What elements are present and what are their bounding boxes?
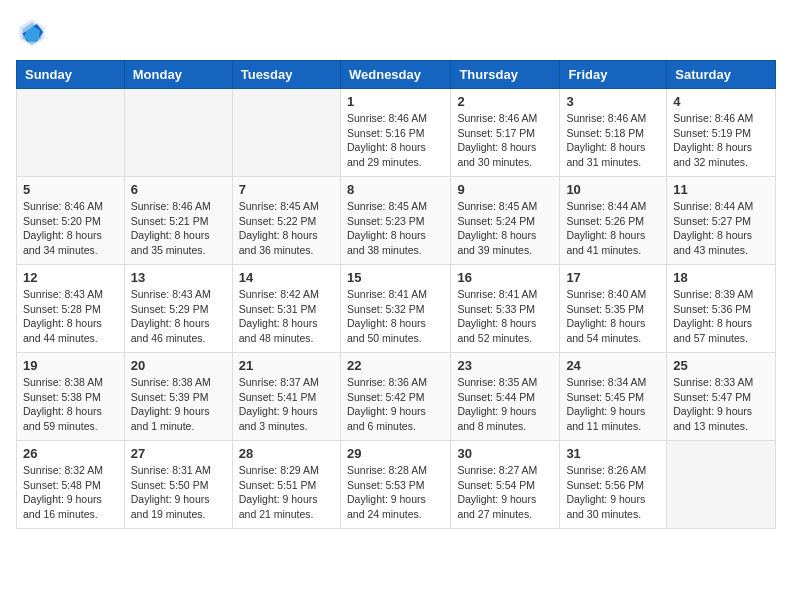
day-number: 1 — [347, 94, 444, 109]
day-number: 27 — [131, 446, 226, 461]
day-number: 25 — [673, 358, 769, 373]
day-number: 17 — [566, 270, 660, 285]
day-info: Sunrise: 8:38 AM Sunset: 5:39 PM Dayligh… — [131, 375, 226, 434]
weekday-header: Tuesday — [232, 61, 340, 89]
day-info: Sunrise: 8:28 AM Sunset: 5:53 PM Dayligh… — [347, 463, 444, 522]
day-number: 13 — [131, 270, 226, 285]
calendar-cell: 28Sunrise: 8:29 AM Sunset: 5:51 PM Dayli… — [232, 441, 340, 529]
day-info: Sunrise: 8:45 AM Sunset: 5:24 PM Dayligh… — [457, 199, 553, 258]
weekday-header: Wednesday — [340, 61, 450, 89]
day-number: 23 — [457, 358, 553, 373]
day-number: 15 — [347, 270, 444, 285]
calendar-cell: 3Sunrise: 8:46 AM Sunset: 5:18 PM Daylig… — [560, 89, 667, 177]
day-info: Sunrise: 8:33 AM Sunset: 5:47 PM Dayligh… — [673, 375, 769, 434]
calendar-cell: 17Sunrise: 8:40 AM Sunset: 5:35 PM Dayli… — [560, 265, 667, 353]
day-info: Sunrise: 8:42 AM Sunset: 5:31 PM Dayligh… — [239, 287, 334, 346]
day-number: 2 — [457, 94, 553, 109]
day-number: 24 — [566, 358, 660, 373]
day-info: Sunrise: 8:45 AM Sunset: 5:23 PM Dayligh… — [347, 199, 444, 258]
weekday-header: Friday — [560, 61, 667, 89]
day-number: 9 — [457, 182, 553, 197]
calendar-table: SundayMondayTuesdayWednesdayThursdayFrid… — [16, 60, 776, 529]
day-info: Sunrise: 8:41 AM Sunset: 5:33 PM Dayligh… — [457, 287, 553, 346]
calendar-cell: 30Sunrise: 8:27 AM Sunset: 5:54 PM Dayli… — [451, 441, 560, 529]
calendar-cell: 20Sunrise: 8:38 AM Sunset: 5:39 PM Dayli… — [124, 353, 232, 441]
calendar-cell: 11Sunrise: 8:44 AM Sunset: 5:27 PM Dayli… — [667, 177, 776, 265]
day-info: Sunrise: 8:38 AM Sunset: 5:38 PM Dayligh… — [23, 375, 118, 434]
day-info: Sunrise: 8:31 AM Sunset: 5:50 PM Dayligh… — [131, 463, 226, 522]
weekday-header: Monday — [124, 61, 232, 89]
day-info: Sunrise: 8:46 AM Sunset: 5:18 PM Dayligh… — [566, 111, 660, 170]
day-number: 19 — [23, 358, 118, 373]
calendar-cell: 10Sunrise: 8:44 AM Sunset: 5:26 PM Dayli… — [560, 177, 667, 265]
day-info: Sunrise: 8:41 AM Sunset: 5:32 PM Dayligh… — [347, 287, 444, 346]
calendar-cell: 22Sunrise: 8:36 AM Sunset: 5:42 PM Dayli… — [340, 353, 450, 441]
calendar-cell: 7Sunrise: 8:45 AM Sunset: 5:22 PM Daylig… — [232, 177, 340, 265]
day-info: Sunrise: 8:40 AM Sunset: 5:35 PM Dayligh… — [566, 287, 660, 346]
day-number: 18 — [673, 270, 769, 285]
day-info: Sunrise: 8:43 AM Sunset: 5:29 PM Dayligh… — [131, 287, 226, 346]
calendar-cell: 24Sunrise: 8:34 AM Sunset: 5:45 PM Dayli… — [560, 353, 667, 441]
day-number: 30 — [457, 446, 553, 461]
calendar-cell: 31Sunrise: 8:26 AM Sunset: 5:56 PM Dayli… — [560, 441, 667, 529]
calendar-cell: 1Sunrise: 8:46 AM Sunset: 5:16 PM Daylig… — [340, 89, 450, 177]
day-number: 22 — [347, 358, 444, 373]
day-info: Sunrise: 8:29 AM Sunset: 5:51 PM Dayligh… — [239, 463, 334, 522]
calendar-cell: 4Sunrise: 8:46 AM Sunset: 5:19 PM Daylig… — [667, 89, 776, 177]
calendar-week-row: 19Sunrise: 8:38 AM Sunset: 5:38 PM Dayli… — [17, 353, 776, 441]
calendar-cell: 21Sunrise: 8:37 AM Sunset: 5:41 PM Dayli… — [232, 353, 340, 441]
day-number: 10 — [566, 182, 660, 197]
calendar-cell: 15Sunrise: 8:41 AM Sunset: 5:32 PM Dayli… — [340, 265, 450, 353]
day-number: 20 — [131, 358, 226, 373]
day-info: Sunrise: 8:34 AM Sunset: 5:45 PM Dayligh… — [566, 375, 660, 434]
weekday-header: Thursday — [451, 61, 560, 89]
day-number: 3 — [566, 94, 660, 109]
day-number: 6 — [131, 182, 226, 197]
day-number: 16 — [457, 270, 553, 285]
calendar-week-row: 12Sunrise: 8:43 AM Sunset: 5:28 PM Dayli… — [17, 265, 776, 353]
day-info: Sunrise: 8:46 AM Sunset: 5:21 PM Dayligh… — [131, 199, 226, 258]
day-info: Sunrise: 8:39 AM Sunset: 5:36 PM Dayligh… — [673, 287, 769, 346]
day-info: Sunrise: 8:45 AM Sunset: 5:22 PM Dayligh… — [239, 199, 334, 258]
day-info: Sunrise: 8:44 AM Sunset: 5:26 PM Dayligh… — [566, 199, 660, 258]
weekday-header: Saturday — [667, 61, 776, 89]
day-number: 5 — [23, 182, 118, 197]
day-number: 4 — [673, 94, 769, 109]
day-info: Sunrise: 8:46 AM Sunset: 5:16 PM Dayligh… — [347, 111, 444, 170]
calendar-cell: 19Sunrise: 8:38 AM Sunset: 5:38 PM Dayli… — [17, 353, 125, 441]
calendar-cell: 8Sunrise: 8:45 AM Sunset: 5:23 PM Daylig… — [340, 177, 450, 265]
calendar-cell: 13Sunrise: 8:43 AM Sunset: 5:29 PM Dayli… — [124, 265, 232, 353]
calendar-cell: 18Sunrise: 8:39 AM Sunset: 5:36 PM Dayli… — [667, 265, 776, 353]
calendar-cell: 25Sunrise: 8:33 AM Sunset: 5:47 PM Dayli… — [667, 353, 776, 441]
day-info: Sunrise: 8:36 AM Sunset: 5:42 PM Dayligh… — [347, 375, 444, 434]
logo — [16, 16, 52, 48]
day-info: Sunrise: 8:37 AM Sunset: 5:41 PM Dayligh… — [239, 375, 334, 434]
calendar-cell: 12Sunrise: 8:43 AM Sunset: 5:28 PM Dayli… — [17, 265, 125, 353]
day-info: Sunrise: 8:26 AM Sunset: 5:56 PM Dayligh… — [566, 463, 660, 522]
day-number: 12 — [23, 270, 118, 285]
day-info: Sunrise: 8:46 AM Sunset: 5:17 PM Dayligh… — [457, 111, 553, 170]
day-number: 7 — [239, 182, 334, 197]
day-number: 14 — [239, 270, 334, 285]
logo-icon — [16, 16, 48, 48]
page-header — [16, 16, 776, 48]
day-info: Sunrise: 8:46 AM Sunset: 5:19 PM Dayligh… — [673, 111, 769, 170]
calendar-cell: 14Sunrise: 8:42 AM Sunset: 5:31 PM Dayli… — [232, 265, 340, 353]
day-info: Sunrise: 8:44 AM Sunset: 5:27 PM Dayligh… — [673, 199, 769, 258]
calendar-cell: 23Sunrise: 8:35 AM Sunset: 5:44 PM Dayli… — [451, 353, 560, 441]
calendar-week-row: 26Sunrise: 8:32 AM Sunset: 5:48 PM Dayli… — [17, 441, 776, 529]
weekday-header: Sunday — [17, 61, 125, 89]
day-info: Sunrise: 8:43 AM Sunset: 5:28 PM Dayligh… — [23, 287, 118, 346]
calendar-cell — [17, 89, 125, 177]
day-number: 29 — [347, 446, 444, 461]
day-number: 31 — [566, 446, 660, 461]
calendar-header-row: SundayMondayTuesdayWednesdayThursdayFrid… — [17, 61, 776, 89]
calendar-week-row: 1Sunrise: 8:46 AM Sunset: 5:16 PM Daylig… — [17, 89, 776, 177]
day-number: 26 — [23, 446, 118, 461]
calendar-cell: 9Sunrise: 8:45 AM Sunset: 5:24 PM Daylig… — [451, 177, 560, 265]
calendar-cell: 16Sunrise: 8:41 AM Sunset: 5:33 PM Dayli… — [451, 265, 560, 353]
calendar-cell — [124, 89, 232, 177]
calendar-cell: 29Sunrise: 8:28 AM Sunset: 5:53 PM Dayli… — [340, 441, 450, 529]
day-number: 28 — [239, 446, 334, 461]
calendar-cell — [232, 89, 340, 177]
